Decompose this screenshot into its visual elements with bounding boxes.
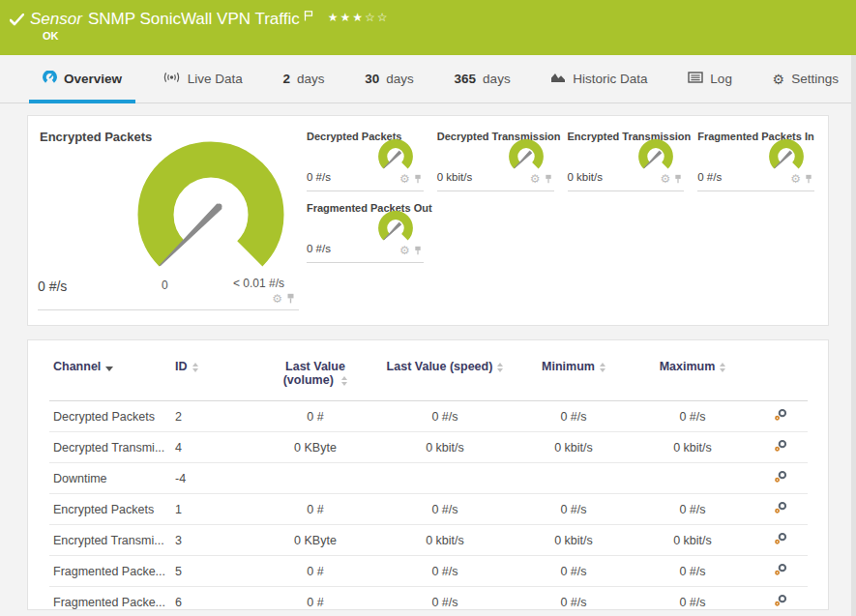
mini-gauge-dial xyxy=(371,206,420,249)
tab-2-days-unit: days xyxy=(297,72,325,86)
tab-30-days[interactable]: 30 days xyxy=(351,55,428,103)
mini-gauge-dial xyxy=(632,134,680,177)
mini-gauge-fragmented-packets-in: Fragmented Packets In 0 #/s ⚙ xyxy=(697,128,814,191)
tab-365-days-unit: days xyxy=(483,72,511,86)
cell-speed xyxy=(374,463,516,494)
table-row: Encrypted Packets 1 0 # 0 #/s 0 #/s 0 #/… xyxy=(49,494,808,525)
channels-table: Channel ID Last Value (volume) Last Valu… xyxy=(49,344,808,616)
empty-cell xyxy=(568,199,685,263)
channel-settings-icon[interactable] xyxy=(774,473,788,486)
column-header-minimum[interactable]: Minimum xyxy=(516,344,632,401)
cell-id: 5 xyxy=(171,556,256,587)
scrollbar-track[interactable] xyxy=(851,55,856,616)
cell-volume xyxy=(256,463,374,494)
channel-settings-icon[interactable] xyxy=(774,442,788,455)
cell-min: 0 #/s xyxy=(516,556,632,587)
tab-historic-data[interactable]: Historic Data xyxy=(537,55,661,103)
tab-30-days-number: 30 xyxy=(365,72,379,86)
cell-min: 0 #/s xyxy=(516,494,632,525)
channel-gear-icon[interactable]: ⚙ xyxy=(272,293,282,305)
column-header-last-value-speed[interactable]: Last Value (speed) xyxy=(374,344,516,401)
mini-gauge-decrypted-transmission: Decrypted Transmission 0 kbit/s ⚙ xyxy=(437,128,554,191)
cell-volume: 0 # xyxy=(256,556,374,587)
cell-channel: Downtime xyxy=(49,463,171,494)
pin-icon[interactable] xyxy=(286,290,295,308)
cell-min xyxy=(516,463,632,494)
cell-max: 0 #/s xyxy=(632,401,753,432)
cell-volume: 0 KByte xyxy=(256,525,374,556)
sort-icon xyxy=(720,363,725,372)
channel-settings-icon[interactable] xyxy=(774,597,788,610)
sensor-header: Sensor SNMP SonicWall VPN Traffic ★★★☆☆ … xyxy=(0,0,856,55)
divider xyxy=(38,309,299,310)
object-kind-label: Sensor xyxy=(30,10,82,29)
mini-gauge-value: 0 kbit/s xyxy=(437,171,472,183)
tab-2-days-number: 2 xyxy=(283,72,291,86)
mini-gauge-value: 0 #/s xyxy=(307,243,331,254)
empty-cell xyxy=(697,199,814,263)
tab-log[interactable]: Log xyxy=(674,55,746,103)
cell-volume: 0 # xyxy=(256,587,374,616)
gear-icon: ⚙ xyxy=(773,72,785,87)
tab-365-days[interactable]: 365 days xyxy=(441,55,524,103)
mini-gauge-value: 0 #/s xyxy=(307,171,331,183)
area-chart-icon xyxy=(550,72,566,86)
tab-overview-label: Overview xyxy=(64,72,122,86)
mini-gauge-dial xyxy=(502,134,550,177)
tab-overview[interactable]: Overview xyxy=(29,55,135,103)
status-ok-check-icon xyxy=(10,13,24,30)
main-gauge-value: 0 #/s xyxy=(38,279,67,294)
tab-bar: Overview Live Data 2 days 30 days 365 da… xyxy=(0,55,856,103)
cell-channel: Fragmented Packe... xyxy=(49,556,171,587)
cell-speed: 0 kbit/s xyxy=(374,525,516,556)
tab-live-data[interactable]: Live Data xyxy=(149,55,256,103)
main-gauge-encrypted-packets: Encrypted Packets 0 < 0.01 #/s 0 #/s ⚙ xyxy=(28,116,307,327)
cell-max xyxy=(632,463,753,494)
sort-desc-icon xyxy=(105,367,113,371)
cell-volume: 0 KByte xyxy=(256,432,374,463)
column-header-last-value-volume[interactable]: Last Value (volume) xyxy=(256,344,374,401)
mini-gauge-value: 0 kbit/s xyxy=(568,171,603,183)
tab-settings[interactable]: ⚙ Settings xyxy=(759,55,852,103)
cell-speed: 0 #/s xyxy=(374,401,516,432)
table-row: Decrypted Packets 2 0 # 0 #/s 0 #/s 0 #/… xyxy=(49,401,808,432)
column-header-channel[interactable]: Channel xyxy=(49,344,171,401)
cell-volume: 0 # xyxy=(256,401,374,432)
cell-max: 0 #/s xyxy=(632,494,753,525)
priority-flag-icon[interactable] xyxy=(304,8,314,25)
log-list-icon xyxy=(688,72,703,86)
column-header-maximum[interactable]: Maximum xyxy=(632,344,753,401)
table-row: Encrypted Transmi... 3 0 KByte 0 kbit/s … xyxy=(49,525,808,556)
mini-gauges-grid: Decrypted Packets 0 #/s ⚙ Decrypted Tran… xyxy=(307,128,814,263)
cell-id: 4 xyxy=(171,432,256,463)
mini-gauge-value: 0 #/s xyxy=(697,171,722,183)
channel-settings-icon[interactable] xyxy=(774,411,788,425)
sort-icon xyxy=(192,363,198,372)
column-header-id[interactable]: ID xyxy=(171,344,256,401)
cell-speed: 0 #/s xyxy=(374,587,516,616)
cell-max: 0 kbit/s xyxy=(632,525,753,556)
sort-icon xyxy=(341,376,347,386)
tab-365-days-number: 365 xyxy=(455,72,477,86)
cell-channel: Decrypted Packets xyxy=(49,401,171,432)
cell-max: 0 #/s xyxy=(632,587,753,616)
gauge-icon xyxy=(43,71,57,87)
channel-settings-icon[interactable] xyxy=(774,504,788,517)
gauges-panel: Encrypted Packets 0 < 0.01 #/s 0 #/s ⚙ xyxy=(27,115,829,326)
cell-min: 0 kbit/s xyxy=(516,525,632,556)
stars-filled: ★★★ xyxy=(328,11,365,24)
sort-icon xyxy=(497,363,503,372)
channel-settings-icon[interactable] xyxy=(774,535,788,548)
priority-stars[interactable]: ★★★☆☆ xyxy=(328,11,390,24)
cell-channel: Encrypted Packets xyxy=(49,494,171,525)
tab-log-label: Log xyxy=(710,72,732,86)
cell-id: -4 xyxy=(171,463,256,494)
cell-id: 6 xyxy=(171,587,256,616)
cell-channel: Encrypted Transmi... xyxy=(49,525,171,556)
channel-settings-icon[interactable] xyxy=(774,566,788,579)
mini-gauge-encrypted-transmission: Encrypted Transmission 0 kbit/s ⚙ xyxy=(568,128,685,191)
table-row: Decrypted Transmi... 4 0 KByte 0 kbit/s … xyxy=(49,432,808,463)
cell-channel: Decrypted Transmi... xyxy=(49,432,171,463)
cell-min: 0 #/s xyxy=(516,401,632,432)
tab-2-days[interactable]: 2 days xyxy=(270,55,339,103)
